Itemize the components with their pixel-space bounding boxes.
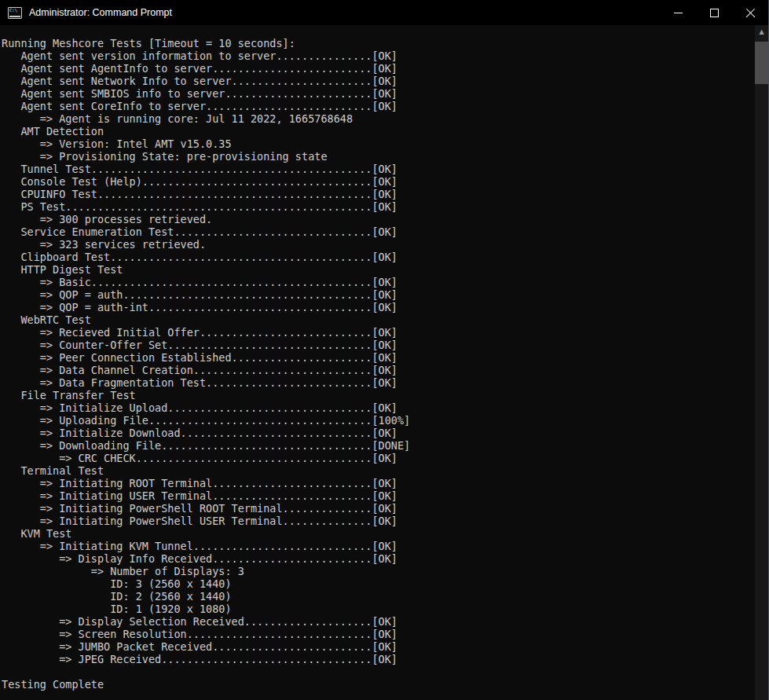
console-line: => Data Fragmentation Test..............… bbox=[2, 376, 754, 389]
cmd-icon-bar bbox=[9, 16, 20, 17]
console-line: Agent sent AgentInfo to server..........… bbox=[2, 62, 754, 75]
console-line: Terminal Test bbox=[2, 464, 754, 477]
console-line: => Initialize Upload....................… bbox=[2, 401, 754, 414]
console-line: => Display Selection Received...........… bbox=[2, 615, 754, 628]
console-line: => Initiating KVM Tunnel................… bbox=[2, 540, 754, 552]
console-line: => 300 processes retrieved. bbox=[2, 213, 754, 225]
close-button[interactable] bbox=[732, 0, 768, 25]
console-line: Console Test (Help).....................… bbox=[2, 175, 754, 188]
console-line: => CRC CHECK............................… bbox=[2, 452, 754, 464]
scrollbar-thumb[interactable] bbox=[755, 42, 768, 84]
console-output: Running Meshcore Tests [Timeout = 10 sec… bbox=[2, 37, 754, 700]
minimize-button[interactable] bbox=[660, 0, 696, 25]
console-line: File Transfer Test bbox=[2, 389, 754, 401]
console-line bbox=[2, 665, 754, 678]
console-line: => JUMBO Packet Received................… bbox=[2, 640, 754, 653]
window-title: Administrator: Command Prompt bbox=[29, 7, 660, 18]
console-line: => Peer Connection Established..........… bbox=[2, 351, 754, 364]
console-line: => Initiating PowerShell ROOT Terminal..… bbox=[2, 502, 754, 515]
console-line: => Agent is running core: Jul 11 2022, 1… bbox=[2, 112, 754, 125]
console-line: Agent sent version information to server… bbox=[2, 49, 754, 62]
titlebar: C:\ Administrator: Command Prompt bbox=[0, 0, 768, 25]
console-line: HTTP Digest Test bbox=[2, 263, 754, 276]
minimize-icon bbox=[674, 13, 683, 13]
console-line: => QOP = auth...........................… bbox=[2, 288, 754, 301]
command-prompt-window: C:\ Administrator: Command Prompt Runnin… bbox=[0, 0, 769, 700]
console-line: => Initiating ROOT Terminal.............… bbox=[2, 477, 754, 489]
console-line: => Display Info Received................… bbox=[2, 552, 754, 565]
console-line: Agent sent Network Info to server.......… bbox=[2, 75, 754, 87]
console-line: AMT Detection bbox=[2, 125, 754, 137]
console-line: => Recieved Initial Offer...............… bbox=[2, 326, 754, 339]
scrollbar[interactable]: ▲ bbox=[755, 25, 768, 700]
console-line: => Screen Resolution....................… bbox=[2, 628, 754, 640]
console-line: => Uploading File.......................… bbox=[2, 414, 754, 427]
console-line: Agent sent CoreInfo to server...........… bbox=[2, 100, 754, 112]
console-line: Testing Complete bbox=[2, 678, 754, 691]
console-line: CPUINFO Test............................… bbox=[2, 188, 754, 200]
console-line: => 323 services retrieved. bbox=[2, 238, 754, 251]
console-line: PS Test.................................… bbox=[2, 200, 754, 213]
console-line: => Counter-Offer Set....................… bbox=[2, 339, 754, 351]
console-line: Running Meshcore Tests [Timeout = 10 sec… bbox=[2, 37, 754, 49]
console-line: => Downloading File.....................… bbox=[2, 439, 754, 452]
window-controls bbox=[660, 0, 768, 25]
cmd-icon: C:\ bbox=[8, 7, 22, 19]
scroll-up-arrow[interactable]: ▲ bbox=[755, 25, 768, 38]
console-line: => Number of Displays: 3 bbox=[2, 565, 754, 577]
console-line: => JPEG Received........................… bbox=[2, 653, 754, 665]
console-line: => Initialize Download..................… bbox=[2, 427, 754, 439]
console-line: => Version: Intel AMT v15.0.35 bbox=[2, 137, 754, 150]
console-line: ID: 1 (1920 x 1080) bbox=[2, 603, 754, 615]
console-line: => Initiating PowerShell USER Terminal..… bbox=[2, 515, 754, 527]
console-line: => Provisioning State: pre-provisioning … bbox=[2, 150, 754, 163]
console-body: Running Meshcore Tests [Timeout = 10 sec… bbox=[0, 25, 768, 700]
maximize-button[interactable] bbox=[696, 0, 732, 25]
console-line: => Initiating USER Terminal.............… bbox=[2, 489, 754, 502]
console-line: WebRTC Test bbox=[2, 313, 754, 326]
console-line: => Data Channel Creation................… bbox=[2, 364, 754, 376]
console-line: ID: 2 (2560 x 1440) bbox=[2, 590, 754, 603]
console-line: Service Enumeration Test................… bbox=[2, 225, 754, 238]
console-line: KVM Test bbox=[2, 527, 754, 540]
cmd-icon-text: C:\ bbox=[9, 8, 17, 13]
console-line: => QOP = auth-int.......................… bbox=[2, 301, 754, 313]
maximize-icon bbox=[710, 9, 719, 17]
console-line: Clipboard Test..........................… bbox=[2, 251, 754, 263]
console-line: Agent sent SMBIOS info to server........… bbox=[2, 87, 754, 100]
console-line: Tunnel Test.............................… bbox=[2, 163, 754, 175]
close-icon bbox=[745, 8, 756, 18]
console-line: => Basic................................… bbox=[2, 276, 754, 288]
console-line: ID: 3 (2560 x 1440) bbox=[2, 577, 754, 590]
